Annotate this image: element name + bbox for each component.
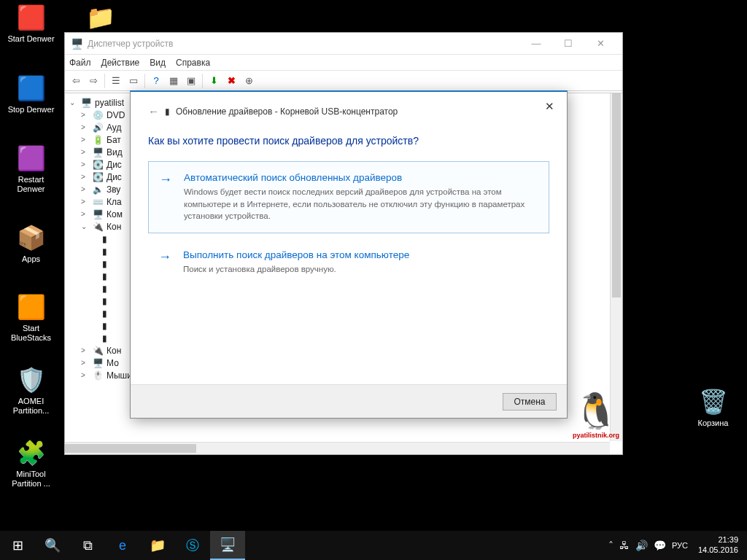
menu-help[interactable]: Справка [176,58,210,68]
tree-node-label: Ауд [107,122,121,133]
arrow-right-icon: → [158,249,171,265]
toolbar: ⇦ ⇨ ☰ ▭ ? ▦ ▣ ⬇ ✖ ⊕ [65,71,622,91]
chevron-icon[interactable]: > [81,160,89,168]
uninstall-button[interactable]: ✖ [223,73,239,89]
option-auto-title: Автоматический поиск обновленных драйвер… [184,172,537,183]
tray-network-icon[interactable]: 🖧 [619,540,630,551]
minimize-button[interactable]: — [520,34,552,54]
hscroll-thumb[interactable] [65,444,196,453]
desktop-icon-minitool-partition-[interactable]: 🧩MiniTool Partition ... [4,438,58,489]
maximize-button[interactable]: ☐ [552,34,584,54]
desktop-icon-apps[interactable]: 📦Apps [4,222,58,264]
arrow-right-icon: → [159,172,172,187]
tree-node-label: Вид [107,147,123,158]
device-icon: ⌨️ [92,197,104,207]
usb-icon: ▮ [98,284,110,294]
recycle-bin[interactable]: 🗑️ Корзина [686,386,740,428]
back-button[interactable]: ⇦ [68,73,84,89]
desktop-icon-start-denwer[interactable]: 🟥Start Denwer [4,2,58,44]
chevron-icon[interactable]: > [81,346,89,354]
device-icon: 🔊 [92,122,104,133]
chevron-icon[interactable]: > [81,359,89,367]
cancel-button[interactable]: Отмена [503,393,557,411]
driver-update-wizard: ✕ ← ▮ Обновление драйверов - Корневой US… [130,90,568,419]
desktop-icon-start-bluestacks[interactable]: 🟧Start BlueStacks [4,292,58,343]
tree-node-label: Кон [107,346,121,356]
update-driver-button[interactable]: ⬇ [206,73,222,89]
usb-icon: ▮ [98,321,110,331]
chevron-icon[interactable]: > [81,123,89,131]
tray-clock[interactable]: 21:39 14.05.2016 [694,535,743,556]
chevron-down-icon[interactable]: ⌄ [69,98,77,106]
option-browse-computer[interactable]: → Выполнить поиск драйверов на этом комп… [148,239,549,286]
taskbar-explorer[interactable]: 📁 [140,531,175,560]
app-icon: 🟦 [16,73,47,104]
device-icon: 🖱️ [92,370,104,381]
chevron-icon[interactable]: > [81,185,89,193]
desktop-folder[interactable]: 📁 [73,2,128,33]
help-button[interactable]: ? [148,73,164,89]
chevron-icon[interactable]: > [81,173,89,181]
tray-volume-icon[interactable]: 🔊 [635,540,648,551]
icon-label: Apps [22,254,40,264]
tree-node-label: Дис [107,160,122,170]
desktop-icon-stop-denwer[interactable]: 🟦Stop Denwer [4,73,58,114]
tray-language[interactable]: РУС [672,541,688,550]
taskbar-skype[interactable]: Ⓢ [175,531,210,560]
forward-button[interactable]: ⇨ [85,73,101,89]
wizard-footer: Отмена [131,384,567,418]
search-button[interactable]: 🔍 [35,531,70,560]
clock-date: 14.05.2016 [698,545,738,556]
scan-button[interactable]: ▦ [166,73,182,89]
tree-root-label: pyatilist [95,98,124,108]
tree-node-label: Мо [107,358,119,368]
start-button[interactable]: ⊞ [0,531,35,560]
option-auto-desc: Windows будет вести поиск последних верс… [184,186,537,222]
tray-notifications-icon[interactable]: 💬 [654,540,666,551]
device-icon: 🔈 [92,184,104,195]
scan-hardware-button[interactable]: ⊕ [241,73,257,89]
horizontal-scrollbar[interactable] [65,442,610,454]
menu-file[interactable]: Файл [69,58,91,68]
icon-label: MiniTool Partition ... [4,470,58,489]
device-icon: 💽 [92,160,104,170]
chevron-icon[interactable]: > [81,111,89,119]
chevron-icon[interactable]: > [81,136,89,144]
device-icon: 🔋 [92,135,104,145]
desktop-icon-aomei-partition-[interactable]: 🛡️AOMEI Partition... [4,365,58,416]
scroll-thumb[interactable] [612,93,621,298]
icon-label: Restart Denwer [4,175,58,194]
chevron-icon[interactable]: > [81,371,89,379]
taskbar-devmgr[interactable]: 🖥️ [210,531,245,560]
window-title: Диспетчер устройств [88,39,520,49]
taskbar-edge[interactable]: e [105,531,140,560]
menu-action[interactable]: Действие [101,58,140,68]
app-icon: 🖥️ [71,38,83,50]
vertical-scrollbar[interactable] [610,93,622,441]
option-auto-search[interactable]: → Автоматический поиск обновленных драйв… [148,161,549,233]
wizard-close-button[interactable]: ✕ [536,96,562,117]
close-button[interactable]: ✕ [584,34,616,54]
tray-chevron-icon[interactable]: ˄ [608,540,614,551]
app-icon: 🟥 [16,2,47,33]
titlebar[interactable]: 🖥️ Диспетчер устройств — ☐ ✕ [65,33,622,55]
icon-label: AOMEI Partition... [4,397,58,416]
usb-chip-icon: ▮ [165,106,170,117]
desktop-icon-restart-denwer[interactable]: 🟪Restart Denwer [4,143,58,194]
computer-icon: 🖥️ [80,98,92,108]
app-icon: 🛡️ [16,365,47,395]
option-browse-title: Выполнить поиск драйверов на этом компью… [183,249,538,260]
update-button[interactable]: ▣ [183,73,199,89]
task-view-button[interactable]: ⧉ [70,531,105,560]
menubar: Файл Действие Вид Справка [65,55,622,71]
show-hidden-button[interactable]: ☰ [108,73,124,89]
back-arrow-icon[interactable]: ← [148,105,159,117]
usb-icon: ▮ [98,234,110,244]
tree-node-label: DVD [107,110,125,120]
properties-button[interactable]: ▭ [125,73,142,89]
menu-view[interactable]: Вид [150,58,166,68]
chevron-icon[interactable]: > [81,148,89,156]
chevron-icon[interactable]: ⌄ [81,222,89,230]
chevron-icon[interactable]: > [81,198,89,206]
chevron-icon[interactable]: > [81,210,89,218]
